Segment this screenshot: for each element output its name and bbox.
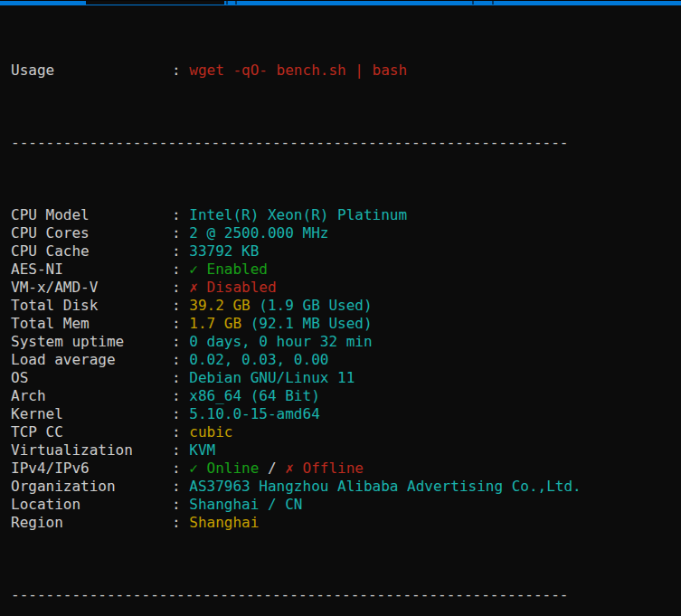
info-row: CPU Cache: 33792 KB: [11, 242, 681, 261]
usage-label: Usage: [11, 62, 172, 80]
info-value-part: 2 @ 2500.000 MHz: [189, 224, 328, 242]
info-label: CPU Cores: [11, 224, 172, 242]
tab-separator: [226, 1, 228, 5]
info-label: Virtualization: [11, 441, 172, 460]
info-value-part: /: [259, 460, 285, 477]
info-label: System uptime: [11, 333, 172, 351]
info-label: Organization: [11, 478, 172, 496]
info-value-part: 39.2 GB: [189, 297, 250, 314]
info-row: Location: Shanghai / CN: [11, 496, 681, 514]
info-label: Total Mem: [11, 315, 172, 333]
info-value-part: ✓ Online: [189, 460, 259, 477]
terminal-window: Usage: wget -qO- bench.sh | bash -------…: [0, 0, 681, 616]
tab-separator: [492, 1, 494, 5]
info-value-part: 0 days, 0 hour 32 min: [189, 333, 372, 350]
info-row: System uptime: 0 days, 0 hour 32 min: [11, 333, 681, 351]
info-label: Location: [11, 496, 172, 514]
usage-line: Usage: wget -qO- bench.sh | bash: [11, 62, 681, 80]
info-label: Kernel: [11, 405, 172, 423]
info-value-part: cubic: [189, 423, 232, 441]
info-value-part: Debian GNU/Linux 11: [189, 369, 355, 386]
info-label: CPU Cache: [11, 242, 172, 261]
info-row: Total Disk: 39.2 GB (1.9 GB Used): [11, 297, 681, 315]
info-value-part: 5.10.0-15-amd64: [189, 405, 320, 422]
info-label: Arch: [11, 387, 172, 405]
info-row: Total Mem: 1.7 GB (92.1 MB Used): [11, 315, 681, 333]
info-value-part: 1.7 GB: [189, 315, 241, 332]
info-label: Region: [11, 514, 172, 532]
info-value-part: 33792 KB: [189, 242, 259, 260]
info-value-part: Intel(R) Xeon(R) Platinum: [189, 206, 407, 223]
info-row: Region: Shanghai: [11, 514, 681, 532]
info-value-part: ✗ Offline: [285, 460, 364, 477]
info-value-part: (92.1 MB Used): [241, 315, 373, 332]
system-info-section: CPU Model: Intel(R) Xeon(R) PlatinumCPU …: [11, 206, 681, 532]
info-row: IPv4/IPv6: ✓ Online / ✗ Offline: [11, 460, 681, 478]
terminal-screen: Usage: wget -qO- bench.sh | bash -------…: [0, 5, 681, 616]
info-row: CPU Model: Intel(R) Xeon(R) Platinum: [11, 206, 681, 224]
info-row: OS: Debian GNU/Linux 11: [11, 369, 681, 387]
separator-line: ----------------------------------------…: [11, 586, 681, 604]
info-value-part: Shanghai / CN: [189, 496, 302, 513]
usage-value: wget -qO- bench.sh | bash: [189, 62, 407, 79]
info-value-part: (1.9 GB Used): [251, 297, 373, 314]
info-label: TCP CC: [11, 423, 172, 441]
info-label: Total Disk: [11, 297, 172, 315]
info-row: Organization: AS37963 Hangzhou Alibaba A…: [11, 478, 681, 496]
info-value-part: Shanghai: [189, 514, 259, 531]
info-value-part: 0.02, 0.03, 0.00: [189, 351, 328, 368]
info-row: Kernel: 5.10.0-15-amd64: [11, 405, 681, 423]
info-label: VM-x/AMD-V: [11, 279, 172, 297]
info-value-part: ✓ Enabled: [189, 261, 268, 278]
info-row: Load average: 0.02, 0.03, 0.00: [11, 351, 681, 369]
info-row: TCP CC: cubic: [11, 423, 681, 441]
info-label: OS: [11, 369, 172, 387]
info-row: CPU Cores: 2 @ 2500.000 MHz: [11, 224, 681, 242]
info-row: AES-NI: ✓ Enabled: [11, 261, 681, 279]
tab-separator: [235, 1, 237, 5]
window-tab-strip: [0, 0, 681, 5]
info-value-part: KVM: [189, 441, 215, 459]
info-label: AES-NI: [11, 261, 172, 279]
info-value-part: AS37963 Hangzhou Alibaba Advertising Co.…: [189, 478, 581, 495]
info-row: Arch: x86_64 (64 Bit): [11, 387, 681, 405]
info-label: IPv4/IPv6: [11, 460, 172, 478]
info-row: Virtualization: KVM: [11, 441, 681, 460]
terminal-tab[interactable]: [86, 1, 224, 5]
info-value-part: ✗ Disabled: [189, 279, 276, 296]
separator-line: ----------------------------------------…: [11, 134, 681, 152]
info-label: Load average: [11, 351, 172, 369]
info-value-part: x86_64 (64 Bit): [189, 387, 320, 404]
tab-separator: [472, 1, 474, 5]
info-row: VM-x/AMD-V: ✗ Disabled: [11, 279, 681, 297]
info-label: CPU Model: [11, 206, 172, 224]
